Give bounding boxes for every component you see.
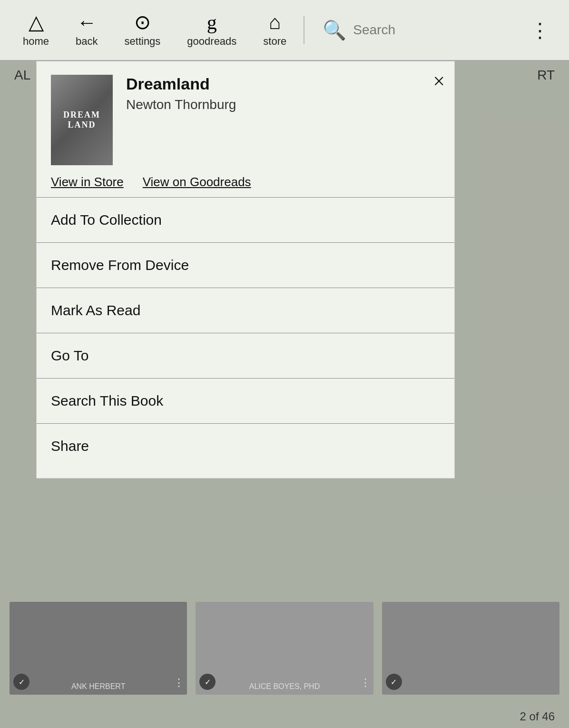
home-label: home xyxy=(23,35,49,48)
bottom-shelf: ANK HERBERT ⋮ ALICE BOYES, PHD ⋮ xyxy=(0,602,569,695)
book2-more-icon[interactable]: ⋮ xyxy=(360,677,371,689)
home-nav-item[interactable]: △ home xyxy=(10,12,62,48)
nav-divider xyxy=(304,16,304,44)
book3-badge xyxy=(386,674,402,690)
book-author: Newton Thornburg xyxy=(126,97,236,112)
search-this-book-item[interactable]: Search This Book xyxy=(37,379,454,423)
settings-icon: ⊙ xyxy=(134,12,151,32)
pagination: 2 of 46 xyxy=(520,710,555,723)
remove-from-device-item[interactable]: Remove From Device xyxy=(37,243,454,288)
more-options-icon[interactable]: ⋮ xyxy=(520,19,559,42)
cover-line1: DREAM xyxy=(63,110,100,120)
store-icon: ⌂ xyxy=(269,12,281,32)
remove-from-device-label: Remove From Device xyxy=(51,257,189,273)
book1-more-icon[interactable]: ⋮ xyxy=(174,677,184,689)
mark-as-read-item[interactable]: Mark As Read xyxy=(37,288,454,333)
book-cover-art: DREAM LAND xyxy=(51,75,113,165)
search-this-book-label: Search This Book xyxy=(51,393,163,409)
shelf-book-1[interactable]: ANK HERBERT ⋮ xyxy=(10,602,187,695)
menu-header: DREAM LAND Dreamland Newton Thornburg × xyxy=(37,61,454,175)
settings-label: settings xyxy=(125,35,161,48)
view-on-goodreads-link[interactable]: View on Goodreads xyxy=(143,175,251,189)
book-links: View in Store View on Goodreads xyxy=(37,175,454,197)
cover-line2: LAND xyxy=(68,120,96,130)
go-to-item[interactable]: Go To xyxy=(37,333,454,378)
goodreads-label: goodreads xyxy=(187,35,236,48)
book-cover: DREAM LAND xyxy=(51,75,113,165)
search-placeholder: Search xyxy=(353,22,395,38)
back-label: back xyxy=(76,35,98,48)
book-info: Dreamland Newton Thornburg xyxy=(126,75,236,112)
share-label: Share xyxy=(51,438,89,454)
shelf-book-3[interactable] xyxy=(382,602,559,695)
book1-badge xyxy=(13,674,29,690)
goodreads-icon: g xyxy=(207,12,217,32)
shelf-book-2[interactable]: ALICE BOYES, PHD ⋮ xyxy=(196,602,373,695)
shelf-book-1-label: ANK HERBERT xyxy=(71,682,126,691)
add-to-collection-label: Add To Collection xyxy=(51,212,162,228)
goodreads-nav-item[interactable]: g goodreads xyxy=(174,12,250,48)
book2-badge xyxy=(199,674,216,690)
share-item[interactable]: Share xyxy=(37,424,454,469)
mark-as-read-label: Mark As Read xyxy=(51,302,140,318)
store-label: store xyxy=(263,35,286,48)
add-to-collection-item[interactable]: Add To Collection xyxy=(37,198,454,242)
close-button[interactable]: × xyxy=(433,71,445,92)
search-icon: 🔍 xyxy=(323,19,346,41)
view-in-store-link[interactable]: View in Store xyxy=(51,175,124,189)
settings-nav-item[interactable]: ⊙ settings xyxy=(111,12,174,48)
top-navigation: △ home ← back ⊙ settings g goodreads ⌂ s… xyxy=(0,0,569,61)
store-nav-item[interactable]: ⌂ store xyxy=(250,12,300,48)
search-area[interactable]: 🔍 Search xyxy=(313,13,520,47)
go-to-label: Go To xyxy=(51,348,89,363)
context-menu: DREAM LAND Dreamland Newton Thornburg × … xyxy=(36,61,455,479)
shelf-book-2-label: ALICE BOYES, PHD xyxy=(249,682,320,691)
book-title: Dreamland xyxy=(126,75,236,93)
back-icon: ← xyxy=(77,12,97,32)
back-nav-item[interactable]: ← back xyxy=(62,12,111,48)
home-icon: △ xyxy=(29,12,44,32)
